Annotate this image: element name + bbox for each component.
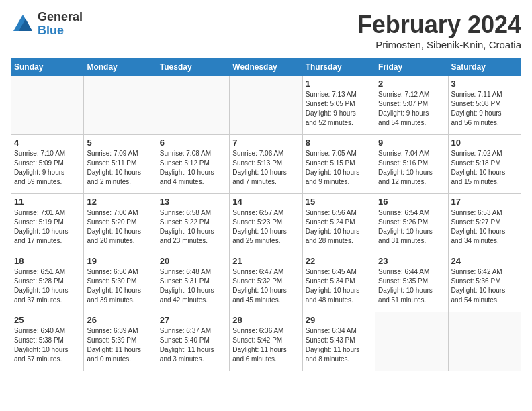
header-cell-friday: Friday	[375, 59, 448, 76]
day-info: Sunrise: 6:45 AM Sunset: 5:34 PM Dayligh…	[306, 267, 372, 305]
day-number: 12	[87, 197, 153, 207]
calendar-cell: 4Sunrise: 7:10 AM Sunset: 5:09 PM Daylig…	[11, 135, 84, 194]
calendar-cell: 24Sunrise: 6:42 AM Sunset: 5:36 PM Dayli…	[448, 253, 521, 312]
calendar-cell: 16Sunrise: 6:54 AM Sunset: 5:26 PM Dayli…	[375, 194, 448, 253]
calendar-cell: 19Sunrise: 6:50 AM Sunset: 5:30 PM Dayli…	[84, 253, 157, 312]
calendar-cell: 7Sunrise: 7:06 AM Sunset: 5:13 PM Daylig…	[230, 135, 302, 194]
day-info: Sunrise: 7:04 AM Sunset: 5:16 PM Dayligh…	[378, 149, 445, 187]
header-cell-sunday: Sunday	[11, 59, 84, 76]
day-info: Sunrise: 7:11 AM Sunset: 5:08 PM Dayligh…	[451, 90, 518, 128]
week-row-2: 11Sunrise: 7:01 AM Sunset: 5:19 PM Dayli…	[11, 194, 521, 253]
header-cell-monday: Monday	[84, 59, 157, 76]
day-info: Sunrise: 7:06 AM Sunset: 5:13 PM Dayligh…	[232, 149, 299, 187]
day-info: Sunrise: 6:57 AM Sunset: 5:23 PM Dayligh…	[232, 208, 299, 246]
calendar-cell: 9Sunrise: 7:04 AM Sunset: 5:16 PM Daylig…	[375, 135, 448, 194]
header-cell-thursday: Thursday	[302, 59, 375, 76]
day-number: 4	[14, 138, 81, 148]
day-info: Sunrise: 6:56 AM Sunset: 5:24 PM Dayligh…	[306, 208, 372, 246]
day-number: 17	[451, 197, 518, 207]
week-row-3: 18Sunrise: 6:51 AM Sunset: 5:28 PM Dayli…	[11, 253, 521, 312]
day-info: Sunrise: 7:10 AM Sunset: 5:09 PM Dayligh…	[14, 149, 81, 187]
day-info: Sunrise: 6:37 AM Sunset: 5:40 PM Dayligh…	[160, 326, 226, 364]
calendar-cell: 8Sunrise: 7:05 AM Sunset: 5:15 PM Daylig…	[302, 135, 375, 194]
calendar-body: 1Sunrise: 7:13 AM Sunset: 5:05 PM Daylig…	[11, 76, 521, 371]
month-title: February 2024	[357, 11, 521, 39]
calendar-cell: 17Sunrise: 6:53 AM Sunset: 5:27 PM Dayli…	[448, 194, 521, 253]
day-number: 28	[232, 315, 299, 325]
calendar-cell: 11Sunrise: 7:01 AM Sunset: 5:19 PM Dayli…	[11, 194, 84, 253]
day-info: Sunrise: 6:58 AM Sunset: 5:22 PM Dayligh…	[160, 208, 226, 246]
calendar-header: SundayMondayTuesdayWednesdayThursdayFrid…	[11, 59, 521, 76]
day-info: Sunrise: 7:12 AM Sunset: 5:07 PM Dayligh…	[378, 90, 445, 128]
day-number: 13	[160, 197, 226, 207]
calendar-cell	[11, 76, 84, 135]
day-info: Sunrise: 6:48 AM Sunset: 5:31 PM Dayligh…	[160, 267, 226, 305]
day-info: Sunrise: 7:02 AM Sunset: 5:18 PM Dayligh…	[451, 149, 518, 187]
day-number: 8	[306, 138, 372, 148]
day-number: 16	[378, 197, 445, 207]
day-info: Sunrise: 6:47 AM Sunset: 5:32 PM Dayligh…	[232, 267, 299, 305]
calendar-cell	[230, 76, 302, 135]
calendar-cell: 26Sunrise: 6:39 AM Sunset: 5:39 PM Dayli…	[84, 312, 157, 371]
calendar-cell: 14Sunrise: 6:57 AM Sunset: 5:23 PM Dayli…	[230, 194, 302, 253]
calendar-cell: 27Sunrise: 6:37 AM Sunset: 5:40 PM Dayli…	[157, 312, 229, 371]
day-number: 15	[306, 197, 372, 207]
calendar-cell	[448, 312, 521, 371]
day-number: 25	[14, 315, 81, 325]
day-info: Sunrise: 6:42 AM Sunset: 5:36 PM Dayligh…	[451, 267, 518, 305]
day-info: Sunrise: 7:09 AM Sunset: 5:11 PM Dayligh…	[87, 149, 153, 187]
calendar-table: SundayMondayTuesdayWednesdayThursdayFrid…	[11, 58, 521, 371]
day-number: 9	[378, 138, 445, 148]
calendar-cell	[157, 76, 229, 135]
day-info: Sunrise: 6:51 AM Sunset: 5:28 PM Dayligh…	[14, 267, 81, 305]
logo-text: General Blue	[38, 11, 83, 38]
page-header: General Blue February 2024 Primosten, Si…	[11, 11, 521, 50]
day-info: Sunrise: 6:40 AM Sunset: 5:38 PM Dayligh…	[14, 326, 81, 364]
day-number: 14	[232, 197, 299, 207]
day-info: Sunrise: 7:01 AM Sunset: 5:19 PM Dayligh…	[14, 208, 81, 246]
day-number: 23	[378, 256, 445, 266]
day-number: 5	[87, 138, 153, 148]
day-number: 29	[306, 315, 372, 325]
calendar-cell: 15Sunrise: 6:56 AM Sunset: 5:24 PM Dayli…	[302, 194, 375, 253]
header-row: SundayMondayTuesdayWednesdayThursdayFrid…	[11, 59, 521, 76]
calendar-cell: 2Sunrise: 7:12 AM Sunset: 5:07 PM Daylig…	[375, 76, 448, 135]
calendar-cell	[375, 312, 448, 371]
logo-icon	[11, 12, 35, 36]
day-info: Sunrise: 6:44 AM Sunset: 5:35 PM Dayligh…	[378, 267, 445, 305]
day-info: Sunrise: 7:08 AM Sunset: 5:12 PM Dayligh…	[160, 149, 226, 187]
calendar-cell: 22Sunrise: 6:45 AM Sunset: 5:34 PM Dayli…	[302, 253, 375, 312]
day-info: Sunrise: 6:53 AM Sunset: 5:27 PM Dayligh…	[451, 208, 518, 246]
calendar-cell: 18Sunrise: 6:51 AM Sunset: 5:28 PM Dayli…	[11, 253, 84, 312]
day-info: Sunrise: 7:00 AM Sunset: 5:20 PM Dayligh…	[87, 208, 153, 246]
day-number: 20	[160, 256, 226, 266]
day-number: 6	[160, 138, 226, 148]
week-row-4: 25Sunrise: 6:40 AM Sunset: 5:38 PM Dayli…	[11, 312, 521, 371]
header-cell-tuesday: Tuesday	[157, 59, 229, 76]
day-info: Sunrise: 7:05 AM Sunset: 5:15 PM Dayligh…	[306, 149, 372, 187]
calendar-cell	[84, 76, 157, 135]
calendar-cell: 21Sunrise: 6:47 AM Sunset: 5:32 PM Dayli…	[230, 253, 302, 312]
day-number: 27	[160, 315, 226, 325]
day-number: 22	[306, 256, 372, 266]
calendar-cell: 29Sunrise: 6:34 AM Sunset: 5:43 PM Dayli…	[302, 312, 375, 371]
day-number: 3	[451, 79, 518, 89]
day-number: 26	[87, 315, 153, 325]
calendar-cell: 10Sunrise: 7:02 AM Sunset: 5:18 PM Dayli…	[448, 135, 521, 194]
logo-general-text: General	[38, 11, 83, 24]
day-number: 18	[14, 256, 81, 266]
day-number: 19	[87, 256, 153, 266]
day-info: Sunrise: 7:13 AM Sunset: 5:05 PM Dayligh…	[306, 90, 372, 128]
calendar-cell: 5Sunrise: 7:09 AM Sunset: 5:11 PM Daylig…	[84, 135, 157, 194]
day-number: 21	[232, 256, 299, 266]
calendar-cell: 3Sunrise: 7:11 AM Sunset: 5:08 PM Daylig…	[448, 76, 521, 135]
calendar-cell: 23Sunrise: 6:44 AM Sunset: 5:35 PM Dayli…	[375, 253, 448, 312]
day-number: 11	[14, 197, 81, 207]
week-row-1: 4Sunrise: 7:10 AM Sunset: 5:09 PM Daylig…	[11, 135, 521, 194]
calendar-cell: 1Sunrise: 7:13 AM Sunset: 5:05 PM Daylig…	[302, 76, 375, 135]
header-cell-wednesday: Wednesday	[230, 59, 302, 76]
day-info: Sunrise: 6:54 AM Sunset: 5:26 PM Dayligh…	[378, 208, 445, 246]
day-number: 10	[451, 138, 518, 148]
location: Primosten, Sibenik-Knin, Croatia	[357, 39, 521, 50]
day-number: 2	[378, 79, 445, 89]
